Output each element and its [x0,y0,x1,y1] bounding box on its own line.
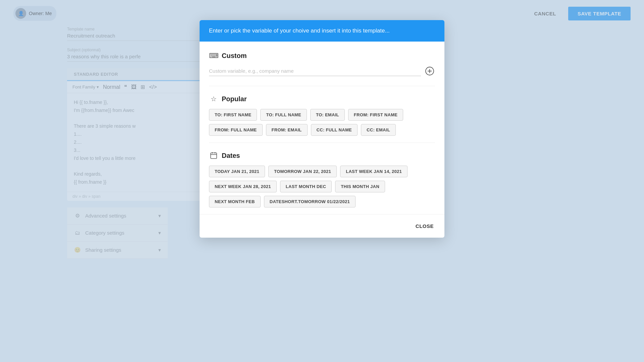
variable-picker-modal: Enter or pick the variable of your choiv… [200,20,444,238]
popular-section-heading: ☆ Popular [209,94,435,104]
svg-rect-3 [211,153,217,159]
custom-input-row [209,66,435,76]
date-tag[interactable]: LAST WEEK JAN 14, 2021 [340,166,408,177]
popular-tag[interactable]: TO: EMAIL [310,109,345,121]
date-tag[interactable]: THIS MONTH JAN [335,181,385,192]
popular-tag[interactable]: CC: EMAIL [361,124,396,136]
modal-header-text: Enter or pick the variable of your choiv… [209,27,390,34]
calendar-icon [209,151,218,160]
modal-footer: CLOSE [200,214,444,238]
modal-overlay: Enter or pick the variable of your choiv… [0,0,644,362]
date-tag[interactable]: DATESHORT.TOMORROW 01/22/2021 [264,196,356,207]
date-tag[interactable]: NEXT MONTH FEB [209,196,261,207]
dates-section-heading: Dates [209,151,435,160]
close-button[interactable]: CLOSE [414,221,435,232]
modal-header: Enter or pick the variable of your choiv… [200,20,444,42]
custom-variable-input[interactable] [209,66,421,76]
custom-section-heading: ⌨ Custom [209,51,435,60]
popular-tags-row: TO: FIRST NAMETO: FULL NAMETO: EMAILFROM… [209,109,435,136]
popular-tag[interactable]: FROM: FULL NAME [209,124,263,136]
date-tag[interactable]: NEXT WEEK JAN 28, 2021 [209,181,277,192]
popular-tag[interactable]: TO: FIRST NAME [209,109,257,121]
section-divider-1 [209,86,435,86]
date-tag[interactable]: TOMORROW JAN 22, 2021 [268,166,337,177]
modal-body: ⌨ Custom ☆ Popular [200,42,444,214]
dates-heading-text: Dates [222,152,240,160]
custom-heading-text: Custom [222,52,247,60]
popular-heading-text: Popular [222,95,247,103]
popular-tag[interactable]: CC: FULL NAME [311,124,358,136]
date-tag[interactable]: LAST MONTH DEC [280,181,332,192]
date-tag[interactable]: TODAY JAN 21, 2021 [209,166,265,177]
section-divider-2 [209,142,435,143]
popular-tag[interactable]: FROM: EMAIL [266,124,308,136]
dates-tags-row: TODAY JAN 21, 2021TOMORROW JAN 22, 2021L… [209,166,435,207]
keyboard-icon: ⌨ [209,51,218,60]
popular-tag[interactable]: FROM: FIRST NAME [348,109,403,121]
star-icon: ☆ [209,94,218,104]
popular-tag[interactable]: TO: FULL NAME [260,109,307,121]
add-variable-button[interactable] [424,66,435,76]
